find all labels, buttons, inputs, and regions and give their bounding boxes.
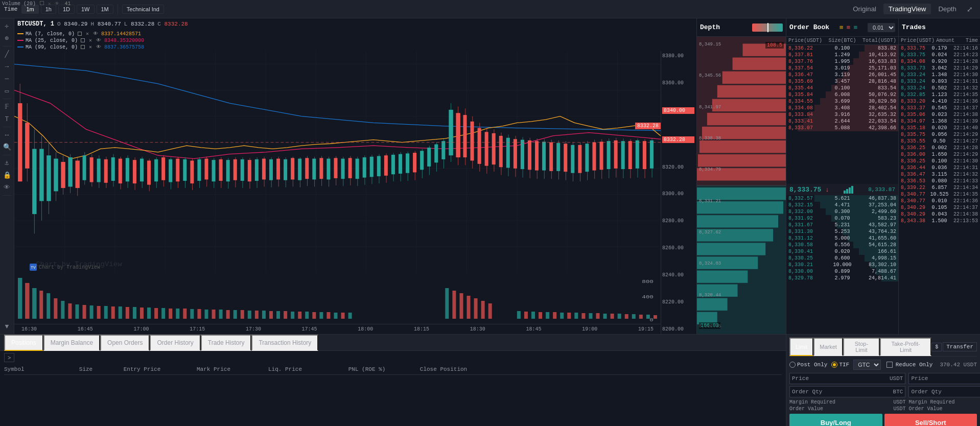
- ob-col-price: Price(USDT): [788, 38, 824, 43]
- bid-row-4[interactable]: 8,331.67 5.231 43,582.97: [786, 222, 898, 228]
- ob-asks-btn[interactable]: ≡: [846, 22, 852, 32]
- tab-margin-balance[interactable]: Margin Balance: [43, 335, 100, 351]
- bid-row-6[interactable]: 8,331.12 5.000 41,655.60: [786, 235, 898, 242]
- ask-row-0[interactable]: 8,336.22 0.100 833.82: [786, 45, 898, 52]
- technical-ind-btn[interactable]: Technical Ind: [122, 5, 164, 14]
- buy-long-btn[interactable]: Buy/Long: [789, 414, 882, 426]
- depth-title: Depth: [700, 23, 720, 31]
- depth-btn[interactable]: Depth: [933, 4, 962, 14]
- tab-positions[interactable]: Positions: [4, 335, 43, 351]
- bid-row-11[interactable]: 8,330.00 0.899 7,488.67: [786, 268, 898, 275]
- tab-take-profit-limit[interactable]: Take-Profit-Limit: [880, 338, 931, 356]
- buy-sell-buttons: Buy/Long Sell/Short: [789, 414, 977, 426]
- tab-market[interactable]: Market: [813, 338, 843, 356]
- ask-row-11[interactable]: 8,333.41 2.644 22,033.54: [786, 118, 898, 125]
- svg-rect-231: [241, 310, 244, 319]
- fullscreen-btn[interactable]: ⤢: [964, 4, 976, 14]
- order-qty-input-right[interactable]: [944, 387, 980, 397]
- rect-tool[interactable]: ▭: [2, 85, 13, 97]
- svg-rect-265: [596, 313, 600, 319]
- tradingview-btn[interactable]: TradingView: [883, 4, 931, 14]
- tif-radio[interactable]: TIF: [831, 362, 849, 368]
- lock-tool[interactable]: 🔒: [2, 170, 13, 181]
- ob-bids-btn[interactable]: ≡: [852, 22, 858, 32]
- open-label: O 8340.29: [57, 21, 87, 27]
- eye-tool[interactable]: 👁: [2, 182, 13, 193]
- bid-row-9[interactable]: 8,330.25 0.600 4,998.15: [786, 255, 898, 262]
- ob-both-btn[interactable]: ≡: [838, 22, 845, 32]
- order-left-inputs: Price USDT Order Qty BTC Margin R: [789, 373, 905, 412]
- price-input[interactable]: [811, 373, 888, 384]
- tab-stop-limit[interactable]: Stop-Limit: [843, 338, 880, 356]
- sell-short-btn[interactable]: Sell/Short: [884, 414, 977, 426]
- fib-tool[interactable]: 𝔽: [2, 101, 13, 112]
- measure-tool[interactable]: ↔: [2, 129, 13, 140]
- ask-row-10[interactable]: 8,333.84 3.916 32,635.32: [786, 111, 898, 118]
- tab-transaction-history[interactable]: Transaction History: [251, 335, 318, 351]
- ma99-settings-icon[interactable]: [81, 45, 85, 49]
- reduce-only-checkbox[interactable]: [886, 362, 893, 368]
- tif-label: TIF: [839, 362, 849, 368]
- magnet-tool[interactable]: ⚓: [2, 157, 13, 169]
- tab-trade-history[interactable]: Trade History: [201, 335, 252, 351]
- ask-row-8[interactable]: 8,334.55 3.699 30,829.50: [786, 98, 898, 105]
- trend-line-tool[interactable]: ╱: [2, 49, 13, 60]
- col-entry-price: Entry Price: [106, 366, 178, 372]
- ma25-settings-icon[interactable]: [81, 38, 85, 42]
- ask-row-1[interactable]: 8,337.81 1.249 10,413.92: [786, 52, 898, 58]
- ask-row-2[interactable]: 8,337.76 1.995 16,633.83: [786, 58, 898, 65]
- ma7-eye-icon[interactable]: 👁: [93, 31, 98, 37]
- tab-order-history[interactable]: Order History: [150, 335, 200, 351]
- ma25-close-icon[interactable]: ✕: [89, 37, 92, 43]
- arrow-down-tool[interactable]: ▼: [2, 321, 13, 332]
- ma25-eye-icon[interactable]: 👁: [96, 37, 101, 43]
- bid-row-8[interactable]: 8,330.41 0.020 166.61: [786, 248, 898, 255]
- tab-open-orders[interactable]: Open Orders: [100, 335, 150, 351]
- order-val-label-right: Order Value: [908, 406, 942, 412]
- price-input-right[interactable]: [930, 373, 980, 384]
- ma7-settings-icon[interactable]: [78, 32, 82, 36]
- bid-row-2[interactable]: 8,332.00 0.300 2,499.60: [786, 208, 898, 215]
- transfer-currency-icon[interactable]: $: [931, 343, 942, 351]
- bid-row-12[interactable]: 8,329.78 2.979 24,814.41: [786, 275, 898, 281]
- transfer-btn[interactable]: Transfer: [943, 342, 977, 351]
- post-only-radio[interactable]: Post Only: [789, 362, 827, 368]
- interval-1w[interactable]: 1W: [77, 5, 95, 14]
- interval-1mo[interactable]: 1M: [97, 5, 113, 14]
- hline-tool[interactable]: ─: [2, 73, 13, 84]
- svg-rect-169: [549, 143, 553, 171]
- tab-limit[interactable]: Limit: [789, 338, 813, 356]
- crosshair-tool[interactable]: ⊕: [2, 33, 13, 44]
- bid-row-3[interactable]: 8,331.92 0.070 583.23: [786, 215, 898, 222]
- bid-row-1[interactable]: 8,332.15 4.471 37,253.04: [786, 202, 898, 208]
- svg-rect-177: [578, 145, 581, 173]
- bid-row-5[interactable]: 8,331.30 5.253 43,764.32: [786, 228, 898, 235]
- ask-row-4[interactable]: 8,336.47 3.119 26,001.45: [786, 72, 898, 78]
- ask-row-5[interactable]: 8,335.69 3.457 28,816.48: [786, 78, 898, 85]
- original-btn[interactable]: Original: [848, 4, 881, 14]
- bid-row-10[interactable]: 8,330.21 10.000 83,302.10: [786, 262, 898, 268]
- tool-sep-4: [3, 155, 12, 155]
- ask-row-9[interactable]: 8,334.08 3.408 28,402.54: [786, 105, 898, 111]
- ma99-eye-icon[interactable]: 👁: [96, 44, 101, 50]
- svg-rect-75: [212, 160, 216, 181]
- bid-row-0[interactable]: 8,332.57 5.621 46,837.38: [786, 195, 898, 202]
- chart-info-bar: BTCUSDT, 1 O 8340.29 H 8340.77 L 8332.28…: [14, 18, 696, 30]
- ask-row-7[interactable]: 8,335.84 6.008 50,076.92: [786, 91, 898, 98]
- expand-btn[interactable]: >: [4, 353, 14, 362]
- tick-size-select[interactable]: 0.01: [868, 23, 895, 32]
- depth-gradient-bar: [752, 23, 783, 32]
- zoom-tool[interactable]: 🔍: [2, 141, 13, 153]
- bid-row-7[interactable]: 8,330.58 6.556 54,615.28: [786, 242, 898, 248]
- ask-row-3[interactable]: 8,337.54 3.019 25,171.03: [786, 65, 898, 72]
- tif-select[interactable]: GTC: [853, 360, 881, 370]
- ask-row-12[interactable]: 8,333.07 5.088 42,398.66: [786, 125, 898, 131]
- order-qty-input[interactable]: [824, 387, 891, 397]
- ma7-close-icon[interactable]: ✕: [86, 31, 89, 37]
- text-tool[interactable]: T: [2, 113, 13, 125]
- trade-row-26: 8,343.38 1.500 22:13:53: [899, 218, 980, 224]
- ask-row-6[interactable]: 8,335.44 0.100 833.54: [786, 85, 898, 91]
- cursor-tool[interactable]: ✛: [2, 20, 13, 32]
- ray-tool[interactable]: →: [2, 61, 13, 72]
- ma99-close-icon[interactable]: ✕: [89, 44, 92, 50]
